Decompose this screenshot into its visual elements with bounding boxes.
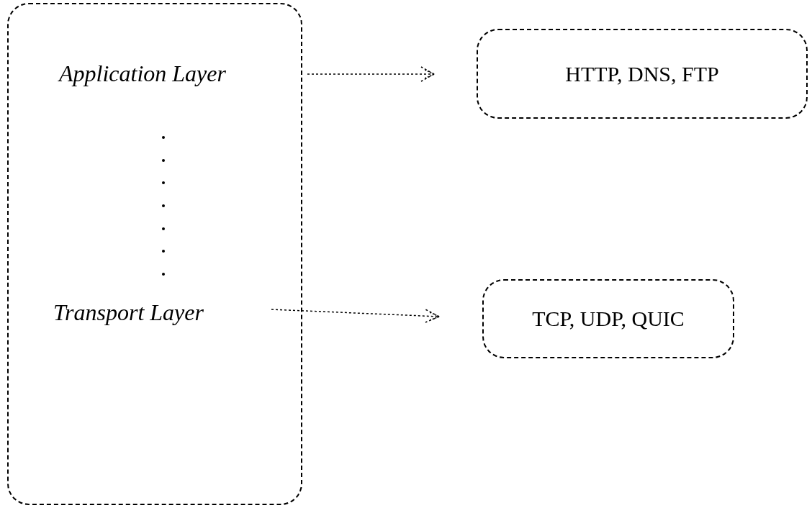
application-layer-label: Application Layer [59,60,226,87]
dot [162,227,165,230]
transport-protocols-box: TCP, UDP, QUIC [482,279,734,358]
dot [162,181,165,184]
dot [162,273,165,276]
transport-protocols-text: TCP, UDP, QUIC [532,307,685,331]
transport-layer-label: Transport Layer [53,299,204,326]
dot [162,250,165,253]
application-protocols-box: HTTP, DNS, FTP [477,29,808,119]
dot [162,136,165,139]
arrow-app-to-protocols [306,61,450,90]
application-protocols-text: HTTP, DNS, FTP [565,62,718,86]
main-container-box: Application Layer Transport Layer [7,3,302,505]
dot [162,204,165,207]
vertical-dots-separator [156,130,171,281]
dot [162,159,165,162]
